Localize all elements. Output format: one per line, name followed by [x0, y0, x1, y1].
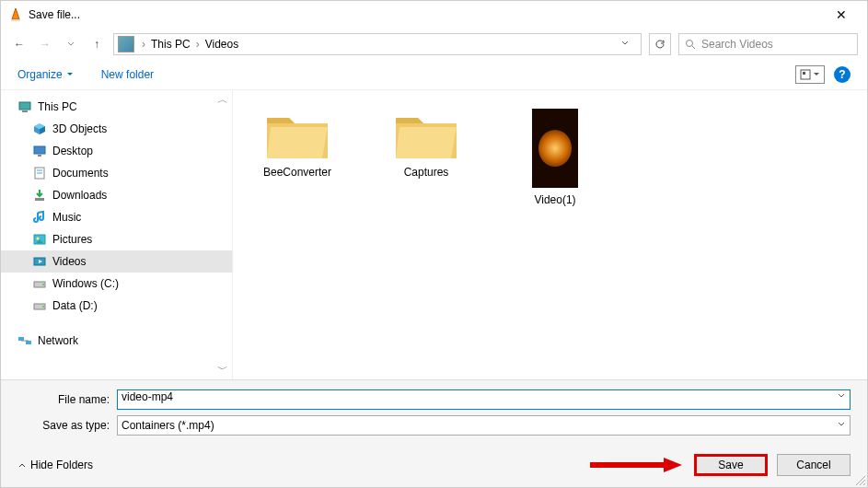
chevron-down-icon[interactable] [837, 419, 846, 432]
svg-marker-33 [396, 118, 423, 123]
save-button[interactable]: Save [694, 454, 768, 476]
file-item-captures[interactable]: Captures [380, 109, 472, 179]
svg-marker-30 [267, 118, 295, 123]
tree-item-network[interactable]: Network [1, 330, 232, 352]
svg-rect-11 [34, 146, 45, 154]
recent-dropdown-icon[interactable] [62, 35, 80, 53]
bottom-panel: File name: video-mp4 Save as type: Conta… [1, 379, 867, 487]
address-dropdown-icon[interactable] [620, 38, 630, 51]
new-folder-button[interactable]: New folder [101, 68, 154, 81]
desktop-icon [32, 144, 47, 158]
svg-point-18 [37, 238, 40, 240]
scroll-up-icon[interactable]: ︿ [217, 92, 230, 108]
close-button[interactable]: ✕ [823, 7, 860, 22]
folder-icon [394, 109, 458, 160]
video-icon [32, 254, 47, 269]
filetype-label: Save as type: [17, 419, 117, 432]
tree-item-videos[interactable]: Videos [1, 250, 232, 273]
resize-grip[interactable] [854, 474, 865, 485]
drive-icon [32, 298, 47, 313]
chevron-down-icon[interactable] [837, 390, 846, 403]
chevron-right-icon[interactable]: › [194, 38, 202, 51]
dialog-body: ︿ This PC 3D ObjectsDesktopDocumentsDown… [1, 90, 867, 379]
title-bar: Save file... ✕ [1, 1, 867, 29]
svg-line-3 [692, 46, 695, 49]
navigation-tree[interactable]: ︿ This PC 3D ObjectsDesktopDocumentsDown… [1, 90, 233, 379]
tree-item-this-pc[interactable]: This PC [1, 96, 232, 118]
tree-item-music[interactable]: Music [1, 206, 232, 228]
chevron-down-icon [813, 71, 820, 78]
drive-icon [32, 276, 47, 291]
svg-rect-12 [38, 155, 41, 157]
forward-button[interactable]: → [36, 35, 54, 53]
vlc-icon [8, 7, 23, 22]
help-button[interactable]: ? [834, 66, 851, 83]
breadcrumb-videos[interactable]: Videos [202, 38, 242, 51]
nav-bar: ← → ↑ › This PC › Videos Search Videos [1, 29, 867, 59]
svg-line-39 [863, 483, 865, 485]
cancel-button[interactable]: Cancel [777, 454, 851, 476]
network-icon [17, 333, 32, 348]
view-icon [800, 69, 811, 80]
scroll-down-icon[interactable]: ﹀ [217, 362, 230, 378]
file-item-video-1-[interactable]: Video(1) [509, 109, 601, 206]
tree-item-desktop[interactable]: Desktop [1, 140, 232, 162]
search-input[interactable]: Search Videos [678, 33, 858, 55]
pic-icon [32, 232, 47, 247]
cube-icon [32, 122, 47, 136]
tree-item-documents[interactable]: Documents [1, 162, 232, 184]
chevron-down-icon [66, 71, 74, 78]
filename-input[interactable]: video-mp4 [117, 389, 851, 410]
back-button[interactable]: ← [10, 35, 29, 53]
pc-icon [17, 99, 32, 114]
chevron-up-icon [17, 460, 27, 470]
location-icon [118, 36, 134, 52]
toolbar: Organize New folder ? [1, 59, 867, 90]
file-item-beeconverter[interactable]: BeeConverter [251, 109, 343, 179]
tree-item-windows-c-[interactable]: Windows (C:) [1, 273, 232, 295]
svg-point-23 [42, 284, 44, 285]
svg-rect-7 [22, 110, 28, 112]
tree-item-pictures[interactable]: Pictures [1, 228, 232, 250]
address-bar[interactable]: › This PC › Videos [113, 33, 642, 55]
svg-marker-0 [12, 8, 19, 19]
tree-item-3d-objects[interactable]: 3D Objects [1, 118, 232, 140]
filetype-select[interactable]: Containers (*.mp4) [117, 415, 851, 436]
breadcrumb-this-pc[interactable]: This PC [147, 38, 194, 51]
refresh-button[interactable] [649, 33, 671, 55]
window-title: Save file... [29, 8, 823, 21]
svg-marker-34 [396, 127, 457, 158]
doc-icon [32, 166, 47, 180]
svg-point-2 [687, 40, 693, 46]
svg-rect-27 [26, 341, 31, 344]
filename-label: File name: [17, 393, 117, 406]
search-placeholder: Search Videos [701, 38, 773, 51]
video-thumbnail [532, 109, 578, 188]
svg-rect-26 [18, 337, 24, 341]
svg-rect-16 [35, 198, 44, 201]
download-icon [32, 188, 47, 203]
file-list-pane[interactable]: BeeConverterCapturesVideo(1) [233, 90, 867, 379]
view-options-button[interactable] [795, 65, 825, 84]
organize-button[interactable]: Organize [17, 68, 74, 81]
up-button[interactable]: ↑ [87, 35, 106, 53]
tree-item-downloads[interactable]: Downloads [1, 184, 232, 206]
svg-rect-6 [19, 102, 30, 110]
search-icon [685, 39, 696, 50]
chevron-right-icon[interactable]: › [140, 38, 147, 51]
svg-rect-1 [11, 19, 20, 21]
hide-folders-button[interactable]: Hide Folders [17, 459, 93, 471]
svg-marker-31 [267, 127, 328, 158]
svg-rect-5 [803, 72, 805, 75]
svg-point-25 [42, 306, 44, 308]
tree-item-data-d-[interactable]: Data (D:) [1, 295, 232, 317]
folder-icon [265, 109, 330, 160]
music-icon [32, 210, 47, 225]
